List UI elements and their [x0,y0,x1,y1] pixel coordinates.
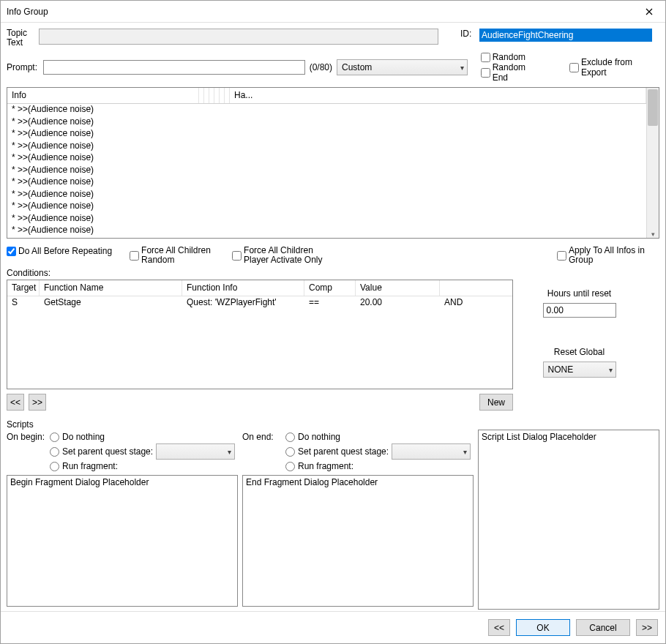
random-checkbox[interactable]: Random [481,52,543,62]
info-row[interactable]: * >>(Audience noise) [7,104,646,116]
info-row[interactable]: * >>(Audience noise) [7,141,646,153]
end-fragment-placeholder[interactable]: End Fragment Dialog Placeholder [242,475,474,607]
hours-until-reset-input[interactable]: 0.00 [543,303,616,318]
hours-until-reset-label: Hours until reset [547,288,611,299]
scripts-label: Scripts [7,419,659,430]
emotion-combo-value: Custom [342,62,372,72]
on-end-fragment-radio[interactable] [285,462,295,471]
info-header-info[interactable]: Info [7,88,199,103]
info-list-scrollbar[interactable]: ▴ ▾ [646,88,659,238]
info-row[interactable]: * >>(Audience noise) [7,176,646,189]
info-row[interactable]: * >>(Audience noise) [7,189,646,201]
begin-fragment-placeholder[interactable]: Begin Fragment Dialog Placeholder [7,475,238,607]
cond-next-button[interactable]: >> [29,394,46,411]
on-begin-nothing-radio[interactable] [50,433,59,442]
bottom-prev-button[interactable]: << [488,619,510,636]
reset-global-combo[interactable]: NONE ▾ [543,362,616,378]
close-icon [646,8,653,15]
condition-row[interactable]: S GetStage Quest: 'WZPlayerFight' == 20.… [7,296,512,310]
on-begin-stage-radio[interactable] [50,447,59,457]
on-begin-stage-combo[interactable]: ▾ [156,443,235,460]
do-all-checkbox[interactable]: Do All Before Repeating [7,246,112,256]
info-row[interactable]: * >>(Audience noise) [7,213,646,225]
on-begin-label: On begin: [7,432,47,442]
id-label: ID: [460,29,476,39]
random-end-checkbox[interactable]: Random End [481,62,543,83]
id-input[interactable] [479,29,652,42]
info-list-header: Info Ha... [7,88,646,104]
info-row[interactable]: * >>(Audience noise) [7,201,646,213]
emotion-combo[interactable]: Custom ▾ [337,59,468,75]
chevron-down-icon: ▾ [609,366,613,374]
prompt-input[interactable] [43,60,305,75]
close-button[interactable] [632,1,665,22]
on-end-nothing-radio[interactable] [285,433,295,442]
prompt-counter: (0/80) [310,62,332,72]
info-row[interactable]: * >>(Audience noise) [7,128,646,141]
cond-prev-button[interactable]: << [7,394,24,411]
on-end-stage-combo[interactable]: ▾ [392,443,471,460]
info-row[interactable]: * >>(Audience noise) [7,165,646,177]
scroll-thumb[interactable] [648,89,658,126]
bottom-next-button[interactable]: >> [636,619,658,636]
conditions-label: Conditions: [7,268,659,278]
on-end-label: On end: [242,432,283,442]
info-row[interactable]: * >>(Audience noise) [7,152,646,165]
prompt-label: Prompt: [7,62,39,72]
chevron-down-icon: ▾ [228,448,231,456]
force-player-checkbox[interactable]: Force All Children Player Activate Only [232,246,339,265]
info-list[interactable]: Info Ha... * >>(Audience noise)* >>(Audi… [7,87,659,239]
chevron-down-icon: ▾ [463,448,467,456]
chevron-down-icon: ▾ [460,64,464,72]
window-title: Info Group [7,7,632,17]
topic-text-label: Topic Text [7,29,36,48]
on-end-stage-radio[interactable] [285,447,295,457]
conditions-header: Target Function Name Function Info Comp … [7,280,512,296]
scroll-down-icon: ▾ [647,231,659,238]
reset-global-label: Reset Global [554,347,605,357]
bottom-bar: << OK Cancel >> [1,611,665,643]
on-begin-fragment-radio[interactable] [50,462,59,471]
info-header-ha[interactable]: Ha... [230,88,646,103]
apply-all-checkbox[interactable]: Apply To All Infos in Group [557,246,659,265]
info-group-window: Info Group Topic Text ID: Prompt: (0/80)… [0,0,666,644]
script-list-placeholder[interactable]: Script List Dialog Placeholder [478,430,659,610]
cond-new-button[interactable]: New [479,394,513,411]
titlebar: Info Group [1,1,665,23]
topic-text-field[interactable] [39,29,438,45]
conditions-table[interactable]: Target Function Name Function Info Comp … [7,280,513,389]
force-random-checkbox[interactable]: Force All Children Random [130,246,214,265]
cancel-button[interactable]: Cancel [576,619,630,636]
exclude-export-checkbox[interactable]: Exclude from Export [569,57,659,78]
info-row[interactable]: * >>(Audience noise) [7,225,646,237]
ok-button[interactable]: OK [516,619,570,636]
info-row[interactable]: * >>(Audience noise) [7,116,646,129]
